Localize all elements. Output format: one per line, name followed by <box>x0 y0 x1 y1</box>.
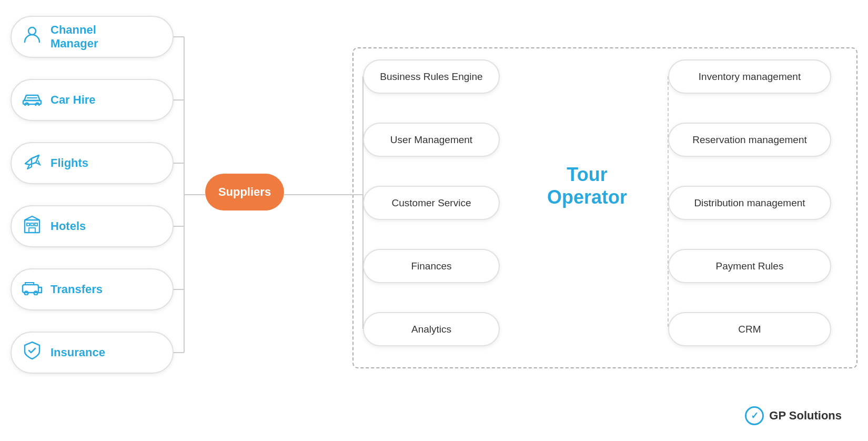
hotel-icon <box>21 215 43 238</box>
mid-pill-business-rules: Business Rules Engine <box>363 59 500 94</box>
channel-manager-label: ChannelManager <box>51 23 98 51</box>
right-pill-inventory: Inventory management <box>668 59 831 94</box>
mid-pill-analytics: Analytics <box>363 312 500 346</box>
gp-solutions-logo: ✓ GP Solutions <box>745 406 842 425</box>
right-pill-distribution: Distribution management <box>668 186 831 220</box>
tour-operator-label: Tour Operator <box>547 163 627 208</box>
left-pill-channel-manager: ChannelManager <box>11 16 174 58</box>
left-pill-transfers: Transfers <box>11 268 174 310</box>
insurance-label: Insurance <box>51 346 105 359</box>
gp-solutions-text: GP Solutions <box>769 409 842 423</box>
inventory-label: Inventory management <box>699 71 801 83</box>
mid-pill-user-management: User Management <box>363 123 500 157</box>
gp-check-icon: ✓ <box>745 406 764 425</box>
business-rules-label: Business Rules Engine <box>380 71 482 83</box>
svg-line-1 <box>174 37 205 195</box>
svg-point-17 <box>28 27 36 35</box>
customer-service-label: Customer Service <box>392 197 471 209</box>
reservation-label: Reservation management <box>692 134 807 146</box>
payment-rules-label: Payment Rules <box>716 260 784 272</box>
svg-rect-24 <box>35 223 37 226</box>
svg-rect-21 <box>25 220 39 233</box>
right-pill-reservation: Reservation management <box>668 123 831 157</box>
suppliers-label: Suppliers <box>218 185 271 199</box>
suppliers-box: Suppliers <box>205 174 284 211</box>
left-pill-flights: Flights <box>11 142 174 184</box>
car-hire-label: Car Hire <box>51 93 96 107</box>
svg-rect-22 <box>27 223 29 226</box>
left-pill-hotels: Hotels <box>11 205 174 247</box>
right-pill-payment: Payment Rules <box>668 249 831 283</box>
finances-label: Finances <box>411 260 451 272</box>
left-pill-insurance: Insurance <box>11 332 174 374</box>
mid-pill-finances: Finances <box>363 249 500 283</box>
user-management-label: User Management <box>390 134 472 146</box>
diagram-container: ChannelManager Car Hire Flights <box>0 0 868 441</box>
person-icon <box>21 25 43 48</box>
analytics-label: Analytics <box>411 324 451 335</box>
svg-rect-25 <box>29 228 35 233</box>
crm-label: CRM <box>738 324 761 335</box>
tour-label-line2: Operator <box>547 186 627 208</box>
right-pill-crm: CRM <box>668 312 831 346</box>
flights-label: Flights <box>51 156 88 170</box>
left-pill-car-hire: Car Hire <box>11 79 174 121</box>
hotels-label: Hotels <box>51 219 86 233</box>
plane-icon <box>21 151 43 175</box>
transfers-label: Transfers <box>51 283 103 296</box>
mid-pill-customer-service: Customer Service <box>363 186 500 220</box>
shield-icon <box>21 340 43 365</box>
tour-label-line1: Tour <box>567 164 607 185</box>
distribution-label: Distribution management <box>694 197 805 209</box>
svg-rect-23 <box>31 223 34 226</box>
car-icon <box>21 91 43 110</box>
van-icon <box>21 280 43 299</box>
